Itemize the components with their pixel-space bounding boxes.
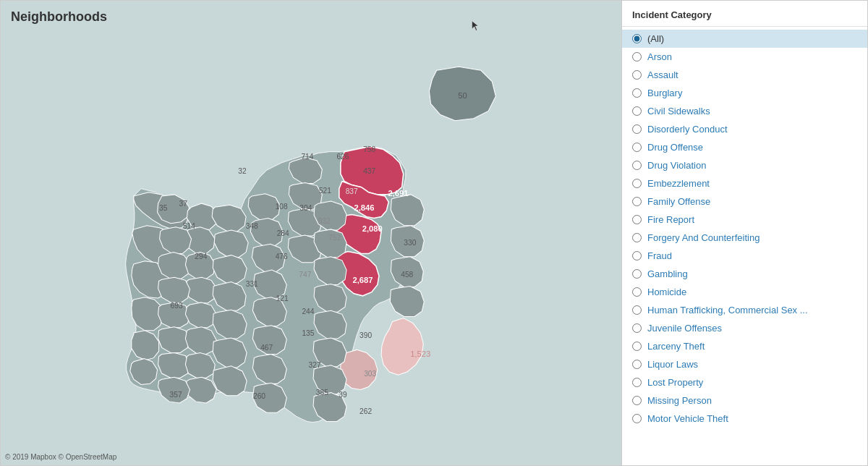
svg-text:32: 32 <box>238 167 247 175</box>
svg-text:2,080: 2,080 <box>362 224 383 233</box>
svg-text:330: 330 <box>404 239 416 247</box>
svg-text:932: 932 <box>318 217 331 225</box>
radio-19[interactable] <box>632 378 642 387</box>
label-1: Arson <box>647 51 672 62</box>
sidebar-list-item-9[interactable]: Family Offense <box>622 192 867 211</box>
label-12: Fraud <box>647 250 672 261</box>
radio-4[interactable] <box>632 106 642 116</box>
sidebar-list-item-10[interactable]: Fire Report <box>622 211 867 229</box>
radio-20[interactable] <box>632 396 642 405</box>
sidebar-list-item-4[interactable]: Civil Sidewalks <box>622 102 867 120</box>
svg-text:304: 304 <box>299 204 312 212</box>
label-11: Forgery And Counterfeiting <box>647 232 760 243</box>
sidebar-list-item-2[interactable]: Assault <box>622 66 867 84</box>
map-svg: 50 32 35 37 514 108 348 284 304 932 521 … <box>1 1 621 465</box>
label-13: Gambling <box>647 268 688 279</box>
label-17: Larceny Theft <box>647 341 705 352</box>
svg-text:2,846: 2,846 <box>354 203 375 212</box>
svg-marker-29 <box>185 352 215 378</box>
radio-1[interactable] <box>632 52 642 62</box>
svg-text:35: 35 <box>159 204 168 212</box>
sidebar-list-item-6[interactable]: Drug Offense <box>622 138 867 156</box>
radio-2[interactable] <box>632 70 642 80</box>
radio-10[interactable] <box>632 215 642 224</box>
sidebar-list-item-0[interactable]: (All) <box>622 30 867 48</box>
svg-text:693: 693 <box>171 302 183 310</box>
main-container: Neighborhoods <box>0 0 868 466</box>
sidebar-list-item-11[interactable]: Forgery And Counterfeiting <box>622 229 867 247</box>
radio-5[interactable] <box>632 124 642 134</box>
label-10: Fire Report <box>647 214 694 225</box>
svg-text:458: 458 <box>401 271 413 279</box>
sidebar-list-item-13[interactable]: Gambling <box>622 265 867 283</box>
radio-9[interactable] <box>632 197 642 206</box>
svg-text:244: 244 <box>302 308 314 315</box>
svg-text:135: 135 <box>302 329 314 337</box>
label-4: Civil Sidewalks <box>647 106 710 116</box>
svg-text:437: 437 <box>363 167 375 175</box>
label-2: Assault <box>647 69 678 80</box>
sidebar-list-item-7[interactable]: Drug Violation <box>622 156 867 174</box>
map-area: Neighborhoods <box>1 1 621 465</box>
label-0: (All) <box>647 33 664 44</box>
sidebar-list-item-3[interactable]: Burglary <box>622 84 867 102</box>
radio-0[interactable] <box>632 34 642 43</box>
radio-3[interactable] <box>632 88 642 98</box>
label-20: Missing Person <box>647 395 712 406</box>
radio-6[interactable] <box>632 143 642 152</box>
svg-text:327: 327 <box>309 361 321 369</box>
radio-14[interactable] <box>632 287 642 297</box>
radio-21[interactable] <box>632 414 642 423</box>
radio-7[interactable] <box>632 161 642 170</box>
sidebar: Incident Category (All)ArsonAssaultBurgl… <box>621 1 867 465</box>
sidebar-list-item-21[interactable]: Motor Vehicle Theft <box>622 410 867 428</box>
svg-text:348: 348 <box>246 222 258 230</box>
label-5: Disorderly Conduct <box>647 124 728 135</box>
svg-text:385: 385 <box>316 389 328 397</box>
svg-text:294: 294 <box>195 253 207 260</box>
sidebar-list-item-19[interactable]: Lost Property <box>622 373 867 391</box>
label-15: Human Trafficking, Commercial Sex ... <box>647 305 808 315</box>
svg-text:752: 752 <box>328 234 341 242</box>
radio-18[interactable] <box>632 360 642 369</box>
map-attribution: © 2019 Mapbox © OpenStreetMap <box>5 453 116 461</box>
label-9: Family Offense <box>647 196 710 207</box>
svg-text:837: 837 <box>346 187 358 195</box>
svg-text:50: 50 <box>458 91 467 100</box>
sidebar-list-item-5[interactable]: Disorderly Conduct <box>622 120 867 138</box>
sidebar-list-item-16[interactable]: Juvenile Offenses <box>622 319 867 337</box>
radio-16[interactable] <box>632 323 642 333</box>
radio-15[interactable] <box>632 305 642 315</box>
sidebar-list-item-14[interactable]: Homicide <box>622 283 867 301</box>
label-19: Lost Property <box>647 377 703 388</box>
radio-17[interactable] <box>632 342 642 351</box>
svg-text:390: 390 <box>359 331 372 339</box>
svg-text:1,523: 1,523 <box>410 350 430 358</box>
svg-text:714: 714 <box>301 153 313 161</box>
svg-text:39: 39 <box>339 391 347 399</box>
svg-text:747: 747 <box>299 271 311 279</box>
svg-text:626: 626 <box>336 153 349 161</box>
map-title: Neighborhoods <box>11 9 107 25</box>
label-8: Embezzlement <box>647 178 710 189</box>
radio-12[interactable] <box>632 251 642 260</box>
svg-marker-28 <box>158 352 190 378</box>
sidebar-list-item-20[interactable]: Missing Person <box>622 391 867 410</box>
svg-text:121: 121 <box>276 295 289 302</box>
radio-13[interactable] <box>632 269 642 279</box>
sidebar-list-item-18[interactable]: Liquor Laws <box>622 355 867 373</box>
radio-8[interactable] <box>632 179 642 188</box>
svg-text:758: 758 <box>363 145 375 153</box>
sidebar-list-item-12[interactable]: Fraud <box>622 247 867 265</box>
sidebar-list-item-8[interactable]: Embezzlement <box>622 174 867 192</box>
label-7: Drug Violation <box>647 160 706 171</box>
svg-text:476: 476 <box>276 253 288 260</box>
sidebar-list-item-17[interactable]: Larceny Theft <box>622 337 867 355</box>
sidebar-list-item-15[interactable]: Human Trafficking, Commercial Sex ... <box>622 301 867 319</box>
label-21: Motor Vehicle Theft <box>647 413 728 424</box>
svg-text:357: 357 <box>170 391 182 399</box>
label-18: Liquor Laws <box>647 359 698 370</box>
sidebar-list-item-1[interactable]: Arson <box>622 48 867 66</box>
radio-11[interactable] <box>632 233 642 242</box>
svg-text:303: 303 <box>364 370 376 378</box>
